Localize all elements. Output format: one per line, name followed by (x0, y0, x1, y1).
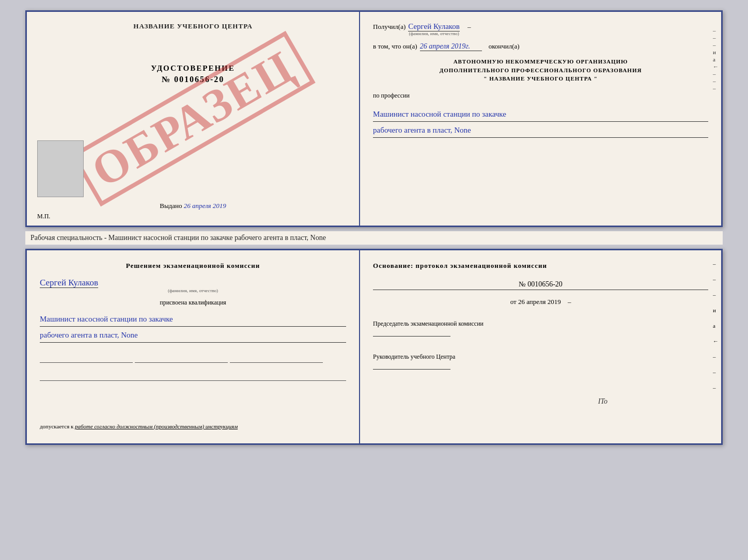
document-container: НАЗВАНИЕ УЧЕБНОГО ЦЕНТРА ОБРАЗЕЦ УДОСТОВ… (25, 10, 723, 445)
underline-fields (40, 351, 346, 365)
predsedatel-label: Председатель экзаменационной комиссии (373, 320, 484, 327)
bottom-left: Решением экзаменационной комиссии Сергей… (27, 250, 360, 443)
prof-line1: Машинист насосной станции по закачке (373, 107, 708, 122)
protocol-number: № 0010656-20 (373, 280, 708, 290)
qual-line1: Машинист насосной станции по закачке (40, 312, 346, 327)
rukovoditel-label: Руководитель учебного Центра (373, 353, 455, 360)
vtom-date: 26 апреля 2019г. (420, 42, 482, 51)
rukovoditel-sign-line (373, 369, 450, 370)
prof-line2: рабочего агента в пласт, None (373, 123, 708, 138)
udostoverenie-title: УДОСТОВЕРЕНИЕ (151, 64, 235, 73)
poluchil-name-text: Сергей Кулаков (408, 22, 460, 31)
fio-subtext: (фамилия, имя, отчество) (408, 31, 460, 36)
poluchil-name: Сергей Кулаков (фамилия, имя, отчество) (408, 22, 460, 36)
right-side-lines: – – – и а ← – – – (713, 27, 719, 91)
vtom-label: в том, что он(а) (373, 42, 417, 51)
okonchil-label: окончил(а) (489, 42, 520, 51)
ito-text: ITo (598, 397, 607, 406)
org-line1: АВТОНОМНУЮ НЕКОММЕРЧЕСКУЮ ОРГАНИЗАЦИЮ (373, 57, 708, 66)
osnovanie-text: Основание: протокол экзаменационной коми… (373, 261, 708, 271)
sign-field-2 (135, 354, 228, 363)
prof-lines: Машинист насосной станции по закачке раб… (373, 106, 708, 138)
dopuskaetsya-block: допускается к работе согласно должностны… (40, 422, 354, 431)
udostoverenie-number: № 0010656-20 (151, 75, 235, 84)
ot-date-block: от 26 апреля 2019 – (373, 298, 708, 306)
cert-right: – – – и а ← – – – Получил(а) Сергей Кула… (360, 12, 721, 226)
bottom-right: – – – и а ← – – – Основание: протокол эк… (360, 250, 721, 443)
qual-lines: Машинист насосной станции по закачке раб… (40, 311, 346, 343)
cert-title-top: НАЗВАНИЕ УЧЕБНОГО ЦЕНТРА (133, 22, 253, 30)
predsedatel-sign-line (373, 336, 450, 337)
qual-line2: рабочего агента в пласт, None (40, 328, 346, 343)
cert-top: НАЗВАНИЕ УЧЕБНОГО ЦЕНТРА ОБРАЗЕЦ УДОСТОВ… (25, 10, 723, 227)
org-line2: ДОПОЛНИТЕЛЬНОГО ПРОФЕССИОНАЛЬНОГО ОБРАЗО… (373, 66, 708, 75)
prisvoena-label: присвоена квалификация (40, 299, 346, 307)
vydano-label: Выдано (160, 202, 182, 210)
photo-placeholder (37, 140, 84, 197)
mp-label: М.П. (37, 213, 50, 220)
poluchil-line: Получил(а) Сергей Кулаков (фамилия, имя,… (373, 22, 708, 36)
udostoverenie-block: УДОСТОВЕРЕНИЕ № 0010656-20 (151, 64, 235, 84)
bottom-fio-sub: (фамилия, имя, отчество) (40, 288, 346, 293)
org-line3: " НАЗВАНИЕ УЧЕБНОГО ЦЕНТРА " (373, 74, 708, 83)
cert-bottom: Решением экзаменационной комиссии Сергей… (25, 249, 723, 445)
sign-field-3 (230, 354, 323, 363)
bottom-name-block: Сергей Кулаков (фамилия, имя, отчество) (40, 278, 346, 293)
dopuskaetsya-label: допускается к (40, 423, 73, 429)
bottom-name: Сергей Кулаков (40, 278, 98, 288)
poluchil-label: Получил(а) (373, 23, 406, 31)
watermark-obrazec: ОБРАЗЕЦ (71, 31, 316, 207)
ot-dash: – (568, 298, 571, 306)
specialty-text: Рабочая специальность - Машинист насосно… (25, 231, 723, 245)
vydano-line: Выдано 26 апреля 2019 (160, 202, 226, 210)
protocol-number-text: № 0010656-20 (519, 280, 563, 288)
cert-left: НАЗВАНИЕ УЧЕБНОГО ЦЕНТРА ОБРАЗЕЦ УДОСТОВ… (27, 12, 360, 226)
resheniem-text: Решением экзаменационной комиссии (40, 261, 346, 271)
predsedatel-block: Председатель экзаменационной комиссии (373, 319, 708, 337)
ot-date-value: 26 апреля 2019 (518, 298, 561, 306)
ot-label: от (510, 298, 517, 306)
sign-field-1 (40, 354, 133, 363)
vydano-date: 26 апреля 2019 (184, 202, 226, 210)
org-block: АВТОНОМНУЮ НЕКОММЕРЧЕСКУЮ ОРГАНИЗАЦИЮ ДО… (373, 57, 708, 83)
rukovoditel-block: Руководитель учебного Центра (373, 352, 708, 370)
right-side-marks: – – – и а ← – – – (713, 261, 719, 391)
vtom-line: в том, что он(а) 26 апреля 2019г. окончи… (373, 42, 708, 51)
po-professii-label: по профессии (373, 92, 708, 100)
sign-field-bottom (40, 372, 346, 381)
dopuskaetsya-text: работе согласно должностным (производств… (75, 423, 238, 429)
poluchil-dash: – (467, 23, 471, 31)
